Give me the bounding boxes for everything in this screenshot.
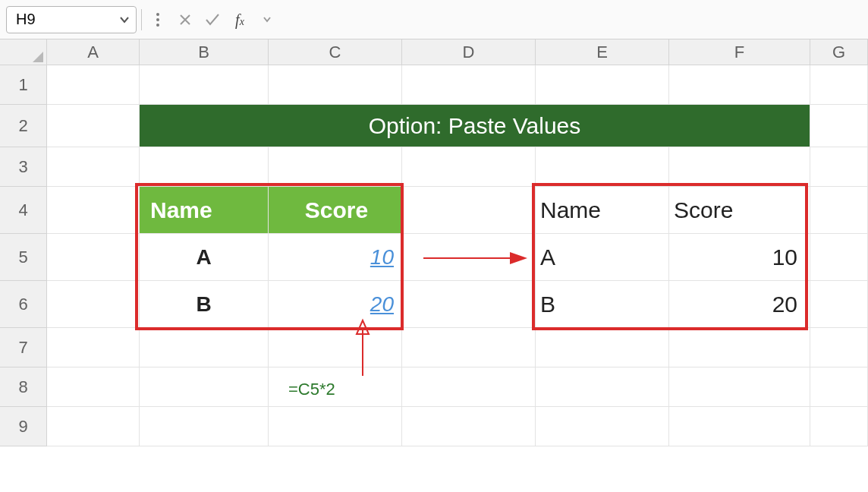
cell-D9[interactable] — [402, 407, 536, 446]
cell-E9[interactable] — [536, 407, 669, 446]
name-box-dropdown[interactable] — [113, 7, 136, 33]
dest-header-score[interactable]: Score — [669, 187, 810, 234]
cancel-icon[interactable] — [174, 8, 197, 31]
dest-score-1[interactable]: 20 — [669, 281, 810, 328]
col-header-B[interactable]: B — [140, 39, 269, 65]
row-header-9[interactable]: 9 — [0, 407, 47, 446]
cell-D3[interactable] — [402, 147, 536, 187]
cell-A1[interactable] — [47, 65, 140, 105]
cell-E8[interactable] — [536, 367, 669, 407]
cell-D6[interactable] — [402, 281, 536, 328]
source-score-1[interactable]: 20 — [269, 281, 402, 328]
fx-dropdown-icon[interactable] — [256, 8, 278, 31]
formula-bar: fx — [0, 0, 868, 39]
cell-A7[interactable] — [47, 328, 140, 367]
name-box[interactable] — [6, 6, 137, 33]
cell-E1[interactable] — [536, 65, 669, 105]
source-score-0[interactable]: 10 — [269, 234, 402, 281]
formula-input[interactable] — [283, 6, 862, 33]
cell-C7[interactable] — [269, 328, 402, 367]
col-header-F[interactable]: F — [669, 39, 810, 65]
row-header-7[interactable]: 7 — [0, 328, 47, 367]
cell-E7[interactable] — [536, 328, 669, 367]
cell-D8[interactable] — [402, 367, 536, 407]
source-name-0[interactable]: A — [140, 234, 269, 281]
cell-C1[interactable] — [269, 65, 402, 105]
col-header-A[interactable]: A — [47, 39, 140, 65]
row-header-3[interactable]: 3 — [0, 147, 47, 187]
cell-B8[interactable] — [140, 367, 269, 407]
cell-G9[interactable] — [810, 407, 868, 446]
banner-title[interactable]: Option: Paste Values — [140, 105, 810, 147]
cell-C3[interactable] — [269, 147, 402, 187]
dest-name-0[interactable]: A — [536, 234, 669, 281]
cell-B1[interactable] — [140, 65, 269, 105]
cell-F9[interactable] — [669, 407, 810, 446]
svg-point-2 — [156, 24, 159, 27]
cell-G4[interactable] — [810, 187, 868, 234]
column-header-row: A B C D E F G — [0, 39, 868, 65]
cell-G5[interactable] — [810, 234, 868, 281]
dots-icon[interactable] — [146, 8, 169, 31]
col-header-C[interactable]: C — [269, 39, 402, 65]
col-header-E[interactable]: E — [536, 39, 669, 65]
cell-G2[interactable] — [810, 105, 868, 147]
cell-D1[interactable] — [402, 65, 536, 105]
cell-A5[interactable] — [47, 234, 140, 281]
cell-F7[interactable] — [669, 328, 810, 367]
cell-B7[interactable] — [140, 328, 269, 367]
cell-F1[interactable] — [669, 65, 810, 105]
col-header-G[interactable]: G — [810, 39, 868, 65]
cell-F3[interactable] — [669, 147, 810, 187]
row-header-1[interactable]: 1 — [0, 65, 47, 105]
dest-score-0[interactable]: 10 — [669, 234, 810, 281]
cell-D5[interactable] — [402, 234, 536, 281]
row-header-6[interactable]: 6 — [0, 281, 47, 328]
col-header-D[interactable]: D — [402, 39, 536, 65]
spreadsheet-grid: A B C D E F G 1 2 Option: Paste Values 3 — [0, 39, 868, 446]
dest-header-name[interactable]: Name — [536, 187, 669, 234]
source-header-score[interactable]: Score — [269, 187, 402, 234]
cell-G6[interactable] — [810, 281, 868, 328]
cell-F8[interactable] — [669, 367, 810, 407]
source-name-1[interactable]: B — [140, 281, 269, 328]
cell-D7[interactable] — [402, 328, 536, 367]
svg-point-0 — [156, 13, 159, 16]
name-box-input[interactable] — [14, 10, 113, 29]
cell-B9[interactable] — [140, 407, 269, 446]
cell-C9[interactable] — [269, 407, 402, 446]
insert-function-icon[interactable]: fx — [228, 8, 251, 31]
cell-A6[interactable] — [47, 281, 140, 328]
cell-A4[interactable] — [47, 187, 140, 234]
cell-A9[interactable] — [47, 407, 140, 446]
cell-G8[interactable] — [810, 367, 868, 407]
cell-A3[interactable] — [47, 147, 140, 187]
select-all-corner[interactable] — [0, 39, 47, 65]
row-header-5[interactable]: 5 — [0, 234, 47, 281]
enter-icon[interactable] — [201, 8, 224, 31]
cell-B3[interactable] — [140, 147, 269, 187]
source-header-name[interactable]: Name — [140, 187, 269, 234]
cell-A2[interactable] — [47, 105, 140, 147]
cell-D4[interactable] — [402, 187, 536, 234]
row-header-8[interactable]: 8 — [0, 367, 47, 407]
formula-annotation: =C5*2 — [288, 380, 335, 399]
dest-name-1[interactable]: B — [536, 281, 669, 328]
cell-G3[interactable] — [810, 147, 868, 187]
row-header-2[interactable]: 2 — [0, 105, 47, 147]
separator — [141, 9, 142, 30]
row-header-4[interactable]: 4 — [0, 187, 47, 234]
cell-G7[interactable] — [810, 328, 868, 367]
cell-E3[interactable] — [536, 147, 669, 187]
cell-A8[interactable] — [47, 367, 140, 407]
cell-G1[interactable] — [810, 65, 868, 105]
svg-point-1 — [156, 18, 159, 21]
